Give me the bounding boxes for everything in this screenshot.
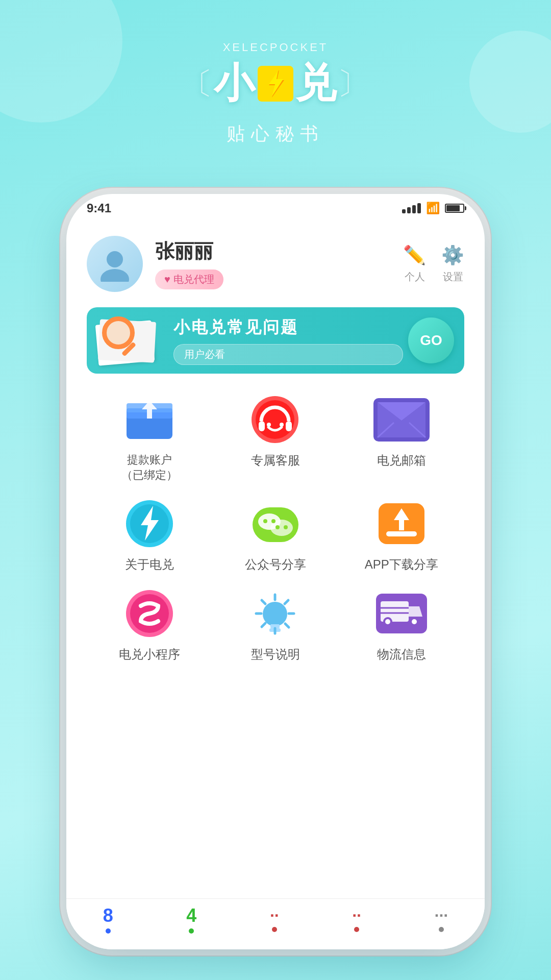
logo-chinese: 〔 小 兑 〕	[182, 56, 369, 111]
profile-actions: ✏️ 个人 ⚙️ 设置	[403, 244, 464, 284]
grid-item-withdrawal[interactable]: 提款账户 （已绑定）	[87, 394, 213, 483]
banner-go-button[interactable]: GO	[408, 317, 454, 363]
logo-char-1: 小	[214, 56, 256, 111]
mini-program-icon	[119, 588, 180, 639]
nav-dot-2	[189, 928, 194, 934]
svg-point-27	[263, 519, 267, 523]
profile-name: 张丽丽	[155, 238, 223, 264]
logistics-icon	[371, 588, 432, 639]
email-icon	[371, 394, 432, 445]
svg-point-4	[101, 269, 129, 282]
withdrawal-label: 提款账户 （已绑定）	[121, 452, 178, 483]
nav-dot-4	[354, 927, 359, 932]
nav-dot-3	[272, 927, 277, 932]
app-share-icon	[371, 498, 432, 549]
grid-item-app-share[interactable]: APP下载分享	[338, 498, 464, 573]
nav-item-3[interactable]: ··	[270, 906, 279, 932]
mini-program-label: 电兑小程序	[119, 646, 180, 663]
nav-badge-4: ··	[352, 906, 361, 925]
banner-image	[87, 307, 168, 374]
settings-icon: ⚙️	[441, 244, 464, 266]
logo-bracket-right: 〕	[337, 63, 369, 105]
profile-badge: ♥ 电兑代理	[155, 270, 223, 289]
wechat-share-label: 公众号分享	[245, 556, 306, 573]
nav-item-2[interactable]: 4	[186, 905, 196, 934]
app-content: 张丽丽 ♥ 电兑代理 ✏️ 个人 ⚙️ 设置	[66, 215, 485, 678]
badge-text: 电兑代理	[173, 273, 214, 286]
lightning-icon	[258, 66, 293, 102]
app-tagline: 贴心秘书	[227, 121, 324, 146]
banner-subtitle: 用户必看	[173, 344, 403, 365]
battery-icon	[445, 204, 464, 213]
service-label: 专属客服	[251, 452, 300, 469]
about-icon	[119, 498, 180, 549]
svg-rect-12	[286, 421, 292, 431]
svg-line-43	[262, 600, 265, 604]
wechat-share-icon	[245, 498, 306, 549]
wifi-icon: 📶	[426, 202, 440, 215]
nav-item-4[interactable]: ··	[352, 906, 361, 932]
grid-item-wechat-share[interactable]: 公众号分享	[213, 498, 339, 573]
svg-point-30	[284, 525, 288, 529]
model-info-icon	[245, 588, 306, 639]
signal-icon	[402, 203, 421, 213]
logo-bracket-left: 〔	[182, 63, 214, 105]
status-time: 9:41	[87, 201, 111, 215]
nav-item-1[interactable]: 8	[103, 905, 113, 934]
profile-edit-action[interactable]: ✏️ 个人	[403, 244, 426, 284]
withdrawal-icon	[119, 394, 180, 445]
edit-icon: ✏️	[403, 244, 426, 266]
banner[interactable]: 小电兑常见问题 用户必看 GO	[87, 307, 464, 374]
nav-badge-5: ···	[435, 906, 448, 925]
app-share-label: APP下载分享	[365, 556, 438, 573]
model-info-label: 型号说明	[251, 646, 300, 663]
email-label: 电兑邮箱	[377, 452, 426, 469]
service-icon	[245, 394, 306, 445]
grid-item-about[interactable]: 关于电兑	[87, 498, 213, 573]
svg-point-14	[280, 423, 284, 427]
profile-info: 张丽丽 ♥ 电兑代理	[155, 238, 223, 289]
avatar[interactable]	[87, 236, 143, 292]
svg-point-3	[107, 251, 123, 267]
svg-line-44	[285, 624, 289, 627]
nav-dot-1	[106, 928, 111, 934]
nav-item-5[interactable]: ···	[435, 906, 448, 932]
banner-text-area: 小电兑常见问题 用户必看	[168, 316, 408, 365]
svg-point-36	[263, 602, 287, 626]
nav-badge-3: ··	[270, 906, 279, 925]
svg-point-28	[271, 519, 276, 523]
phone-mockup: 9:41 📶	[66, 194, 485, 949]
grid-item-model-info[interactable]: 型号说明	[213, 588, 339, 663]
settings-action[interactable]: ⚙️ 设置	[441, 244, 464, 284]
logo-char-2: 兑	[295, 56, 337, 111]
about-label: 关于电兑	[125, 556, 174, 573]
branding-area: XELECPOCKET 〔 小 兑 〕 贴心秘书	[0, 41, 551, 146]
nav-badge-1: 8	[103, 905, 113, 926]
banner-title: 小电兑常见问题	[173, 316, 403, 339]
grid-item-email[interactable]: 电兑邮箱	[338, 394, 464, 483]
nav-badge-2: 4	[186, 905, 196, 926]
logistics-label: 物流信息	[377, 646, 426, 663]
svg-point-51	[385, 619, 390, 624]
bottom-nav: 8 4 ·· ·· ···	[66, 898, 485, 949]
profile-left: 张丽丽 ♥ 电兑代理	[87, 236, 223, 292]
status-icons: 📶	[402, 202, 464, 215]
grid-menu: 提款账户 （已绑定）	[87, 394, 464, 663]
grid-item-service[interactable]: 专属客服	[213, 394, 339, 483]
svg-point-13	[267, 423, 271, 427]
profile-section: 张丽丽 ♥ 电兑代理 ✏️ 个人 ⚙️ 设置	[87, 226, 464, 307]
grid-item-logistics[interactable]: 物流信息	[338, 588, 464, 663]
logo-text-en: XELECPOCKET	[182, 41, 369, 54]
svg-point-53	[412, 619, 417, 624]
svg-rect-11	[259, 421, 265, 431]
svg-point-29	[276, 525, 280, 529]
svg-line-45	[285, 600, 288, 604]
svg-line-46	[262, 623, 265, 627]
svg-rect-33	[386, 531, 417, 536]
grid-item-mini-program[interactable]: 电兑小程序	[87, 588, 213, 663]
phone-notch	[224, 194, 327, 212]
nav-dot-5	[439, 927, 444, 932]
edit-label: 个人	[405, 270, 425, 284]
settings-label: 设置	[443, 270, 463, 284]
